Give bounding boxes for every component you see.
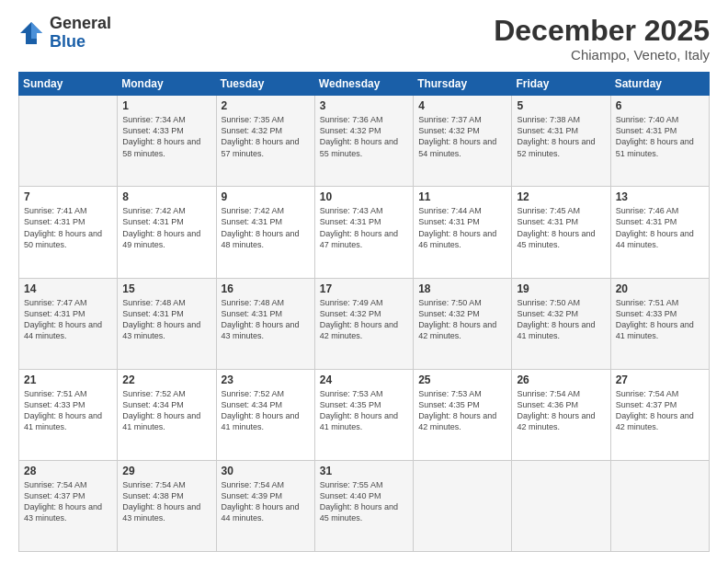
col-sunday: Sunday bbox=[19, 73, 118, 96]
day-number: 30 bbox=[222, 465, 310, 477]
col-friday: Friday bbox=[512, 73, 610, 96]
header: General Blue December 2025 Chiampo, Vene… bbox=[18, 15, 710, 63]
day-number: 7 bbox=[24, 190, 112, 203]
cell-sun-info: Sunrise: 7:34 AM Sunset: 4:33 PM Dayligh… bbox=[122, 114, 210, 159]
day-number: 19 bbox=[517, 282, 605, 295]
cell-sun-info: Sunrise: 7:42 AM Sunset: 4:31 PM Dayligh… bbox=[122, 205, 210, 250]
table-row: 13Sunrise: 7:46 AM Sunset: 4:31 PM Dayli… bbox=[610, 187, 709, 278]
logo: General Blue bbox=[18, 15, 111, 52]
cell-sun-info: Sunrise: 7:41 AM Sunset: 4:31 PM Dayligh… bbox=[24, 205, 112, 250]
table-row: 20Sunrise: 7:51 AM Sunset: 4:33 PM Dayli… bbox=[610, 278, 709, 369]
table-row: 3Sunrise: 7:36 AM Sunset: 4:32 PM Daylig… bbox=[314, 96, 413, 187]
month-title: December 2025 bbox=[494, 15, 710, 47]
day-number: 27 bbox=[616, 373, 704, 386]
cell-sun-info: Sunrise: 7:36 AM Sunset: 4:32 PM Dayligh… bbox=[320, 114, 408, 159]
col-wednesday: Wednesday bbox=[314, 73, 413, 96]
day-number: 24 bbox=[320, 373, 408, 386]
day-number: 6 bbox=[616, 99, 704, 112]
table-row: 25Sunrise: 7:53 AM Sunset: 4:35 PM Dayli… bbox=[414, 369, 512, 460]
col-saturday: Saturday bbox=[610, 73, 709, 96]
table-row: 24Sunrise: 7:53 AM Sunset: 4:35 PM Dayli… bbox=[314, 369, 413, 460]
cell-sun-info: Sunrise: 7:37 AM Sunset: 4:32 PM Dayligh… bbox=[418, 114, 506, 159]
table-row: 18Sunrise: 7:50 AM Sunset: 4:32 PM Dayli… bbox=[414, 278, 512, 369]
col-monday: Monday bbox=[118, 73, 216, 96]
table-row: 16Sunrise: 7:48 AM Sunset: 4:31 PM Dayli… bbox=[216, 278, 314, 369]
day-number: 22 bbox=[122, 373, 210, 386]
day-number: 18 bbox=[418, 282, 506, 295]
calendar-week-row: 21Sunrise: 7:51 AM Sunset: 4:33 PM Dayli… bbox=[19, 369, 710, 460]
cell-sun-info: Sunrise: 7:40 AM Sunset: 4:31 PM Dayligh… bbox=[616, 114, 704, 159]
table-row: 4Sunrise: 7:37 AM Sunset: 4:32 PM Daylig… bbox=[414, 96, 512, 187]
day-number: 28 bbox=[24, 465, 112, 477]
day-number: 2 bbox=[222, 99, 310, 112]
cell-sun-info: Sunrise: 7:51 AM Sunset: 4:33 PM Dayligh… bbox=[616, 297, 704, 342]
cell-sun-info: Sunrise: 7:55 AM Sunset: 4:40 PM Dayligh… bbox=[320, 479, 408, 524]
cell-sun-info: Sunrise: 7:53 AM Sunset: 4:35 PM Dayligh… bbox=[320, 388, 408, 433]
calendar-week-row: 14Sunrise: 7:47 AM Sunset: 4:31 PM Dayli… bbox=[19, 278, 710, 369]
table-row: 11Sunrise: 7:44 AM Sunset: 4:31 PM Dayli… bbox=[414, 187, 512, 278]
day-number: 12 bbox=[517, 190, 605, 203]
cell-sun-info: Sunrise: 7:54 AM Sunset: 4:39 PM Dayligh… bbox=[222, 479, 310, 524]
table-row: 26Sunrise: 7:54 AM Sunset: 4:36 PM Dayli… bbox=[512, 369, 610, 460]
cell-sun-info: Sunrise: 7:42 AM Sunset: 4:31 PM Dayligh… bbox=[222, 205, 310, 250]
table-row: 22Sunrise: 7:52 AM Sunset: 4:34 PM Dayli… bbox=[118, 369, 216, 460]
day-number: 26 bbox=[517, 373, 605, 386]
logo-text: General Blue bbox=[50, 15, 111, 52]
table-row: 28Sunrise: 7:54 AM Sunset: 4:37 PM Dayli… bbox=[19, 460, 118, 551]
day-number: 9 bbox=[222, 190, 310, 203]
table-row: 1Sunrise: 7:34 AM Sunset: 4:33 PM Daylig… bbox=[118, 96, 216, 187]
day-number: 10 bbox=[320, 190, 408, 203]
day-number: 1 bbox=[122, 99, 210, 112]
location: Chiampo, Veneto, Italy bbox=[494, 47, 710, 63]
cell-sun-info: Sunrise: 7:49 AM Sunset: 4:32 PM Dayligh… bbox=[320, 297, 408, 342]
calendar-week-row: 28Sunrise: 7:54 AM Sunset: 4:37 PM Dayli… bbox=[19, 460, 710, 551]
cell-sun-info: Sunrise: 7:52 AM Sunset: 4:34 PM Dayligh… bbox=[122, 388, 210, 433]
cell-sun-info: Sunrise: 7:45 AM Sunset: 4:31 PM Dayligh… bbox=[517, 205, 605, 250]
logo-blue-text: Blue bbox=[50, 33, 111, 52]
calendar-table: Sunday Monday Tuesday Wednesday Thursday… bbox=[18, 72, 710, 552]
cell-sun-info: Sunrise: 7:54 AM Sunset: 4:37 PM Dayligh… bbox=[616, 388, 704, 433]
cell-sun-info: Sunrise: 7:52 AM Sunset: 4:34 PM Dayligh… bbox=[222, 388, 310, 433]
cell-sun-info: Sunrise: 7:48 AM Sunset: 4:31 PM Dayligh… bbox=[122, 297, 210, 342]
cell-sun-info: Sunrise: 7:51 AM Sunset: 4:33 PM Dayligh… bbox=[24, 388, 112, 433]
cell-sun-info: Sunrise: 7:46 AM Sunset: 4:31 PM Dayligh… bbox=[616, 205, 704, 250]
table-row bbox=[414, 460, 512, 551]
day-number: 16 bbox=[222, 282, 310, 295]
day-number: 25 bbox=[418, 373, 506, 386]
col-tuesday: Tuesday bbox=[216, 73, 314, 96]
table-row: 21Sunrise: 7:51 AM Sunset: 4:33 PM Dayli… bbox=[19, 369, 118, 460]
cell-sun-info: Sunrise: 7:54 AM Sunset: 4:38 PM Dayligh… bbox=[122, 479, 210, 524]
table-row: 31Sunrise: 7:55 AM Sunset: 4:40 PM Dayli… bbox=[314, 460, 413, 551]
title-block: December 2025 Chiampo, Veneto, Italy bbox=[494, 15, 710, 63]
cell-sun-info: Sunrise: 7:48 AM Sunset: 4:31 PM Dayligh… bbox=[222, 297, 310, 342]
day-number: 31 bbox=[320, 465, 408, 477]
cell-sun-info: Sunrise: 7:44 AM Sunset: 4:31 PM Dayligh… bbox=[418, 205, 506, 250]
table-row: 12Sunrise: 7:45 AM Sunset: 4:31 PM Dayli… bbox=[512, 187, 610, 278]
day-number: 29 bbox=[122, 465, 210, 477]
calendar-week-row: 7Sunrise: 7:41 AM Sunset: 4:31 PM Daylig… bbox=[19, 187, 710, 278]
cell-sun-info: Sunrise: 7:47 AM Sunset: 4:31 PM Dayligh… bbox=[24, 297, 112, 342]
table-row: 8Sunrise: 7:42 AM Sunset: 4:31 PM Daylig… bbox=[118, 187, 216, 278]
day-number: 3 bbox=[320, 99, 408, 112]
cell-sun-info: Sunrise: 7:35 AM Sunset: 4:32 PM Dayligh… bbox=[222, 114, 310, 159]
day-number: 4 bbox=[418, 99, 506, 112]
day-number: 23 bbox=[222, 373, 310, 386]
table-row: 14Sunrise: 7:47 AM Sunset: 4:31 PM Dayli… bbox=[19, 278, 118, 369]
table-row: 9Sunrise: 7:42 AM Sunset: 4:31 PM Daylig… bbox=[216, 187, 314, 278]
cell-sun-info: Sunrise: 7:54 AM Sunset: 4:37 PM Dayligh… bbox=[24, 479, 112, 524]
cell-sun-info: Sunrise: 7:53 AM Sunset: 4:35 PM Dayligh… bbox=[418, 388, 506, 433]
logo-general-text: General bbox=[50, 15, 111, 33]
cell-sun-info: Sunrise: 7:54 AM Sunset: 4:36 PM Dayligh… bbox=[517, 388, 605, 433]
col-thursday: Thursday bbox=[414, 73, 512, 96]
day-number: 21 bbox=[24, 373, 112, 386]
table-row bbox=[19, 96, 118, 187]
day-number: 5 bbox=[517, 99, 605, 112]
table-row: 19Sunrise: 7:50 AM Sunset: 4:32 PM Dayli… bbox=[512, 278, 610, 369]
table-row bbox=[610, 460, 709, 551]
day-number: 15 bbox=[122, 282, 210, 295]
cell-sun-info: Sunrise: 7:50 AM Sunset: 4:32 PM Dayligh… bbox=[418, 297, 506, 342]
table-row: 29Sunrise: 7:54 AM Sunset: 4:38 PM Dayli… bbox=[118, 460, 216, 551]
day-number: 11 bbox=[418, 190, 506, 203]
table-row: 6Sunrise: 7:40 AM Sunset: 4:31 PM Daylig… bbox=[610, 96, 709, 187]
logo-icon bbox=[18, 20, 44, 46]
